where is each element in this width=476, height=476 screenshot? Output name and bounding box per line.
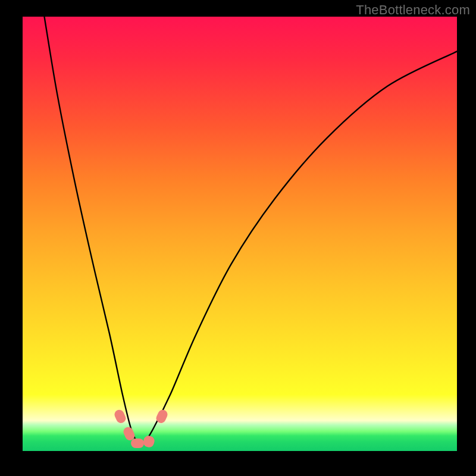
- watermark-text: TheBottleneck.com: [356, 2, 470, 18]
- plot-area: [23, 17, 457, 451]
- chart-frame: TheBottleneck.com: [0, 0, 476, 476]
- curve-layer: [23, 17, 457, 451]
- data-marker: [131, 439, 144, 448]
- bottleneck-curve: [45, 17, 458, 444]
